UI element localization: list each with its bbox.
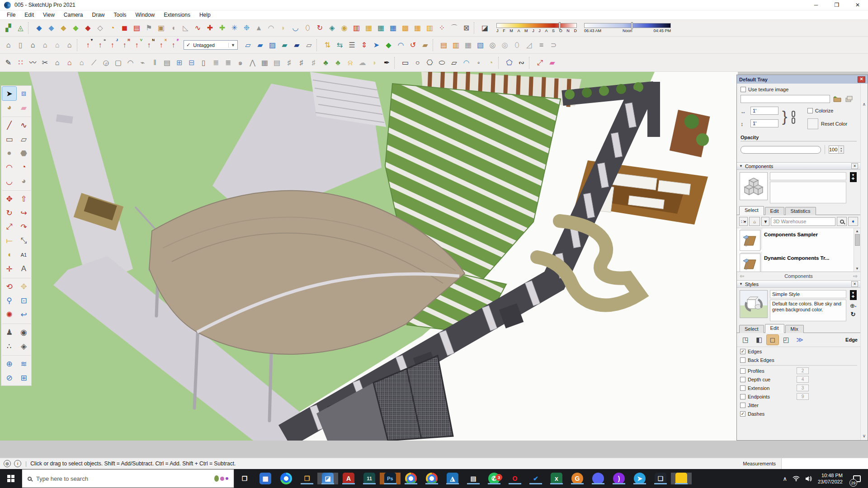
tab-edit[interactable]: Edit xyxy=(765,324,784,333)
color-swatch[interactable] xyxy=(807,118,818,129)
red-x-cluster-tool-icon[interactable]: ⁘ xyxy=(436,22,448,34)
roof-red-tool-icon[interactable]: ◆ xyxy=(82,22,94,34)
polygon-tool[interactable]: ⬣ xyxy=(17,146,31,160)
texture-file-input[interactable] xyxy=(741,95,830,103)
house-column-icon[interactable]: ▯ xyxy=(14,39,27,51)
menu-draw[interactable]: Draw xyxy=(88,10,109,19)
roof-arrow-n-icon[interactable]: ↑N xyxy=(143,39,155,51)
grab-rectangle-icon[interactable]: ▭ xyxy=(399,56,411,69)
pencil-path-icon[interactable]: ✎ xyxy=(2,56,14,69)
roof-arrow-v-icon[interactable]: ↑V xyxy=(131,39,143,51)
calculator-app-icon[interactable]: ▦ xyxy=(255,473,276,484)
edge-option-endpoints[interactable]: Endpoints9 xyxy=(737,392,860,401)
shape-box-icon[interactable]: ▢ xyxy=(112,56,124,69)
whatsapp-icon[interactable]: ✆3 xyxy=(484,473,505,484)
checkbox[interactable] xyxy=(740,368,745,374)
slant-panel-gray-icon[interactable]: ▱ xyxy=(303,39,315,51)
slant-panel-striped-icon[interactable]: ▨ xyxy=(266,39,278,51)
look-around-tool[interactable]: ◉ xyxy=(17,325,31,339)
slant-panel-outline-icon[interactable]: ▱ xyxy=(242,39,254,51)
fence-rail-icon[interactable]: ♯ xyxy=(295,56,307,69)
taskbar-clock[interactable]: 10:48 PM 23/07/2022 xyxy=(818,472,843,485)
scribble-icon[interactable]: ∾ xyxy=(515,56,528,69)
freehand-tool[interactable]: ∿ xyxy=(17,118,31,132)
text-tool[interactable]: A1 xyxy=(17,248,31,262)
red-updown-icon[interactable]: ⇕ xyxy=(358,39,370,51)
dome-tool-icon[interactable]: ◠ xyxy=(265,22,277,34)
cylinder-gray-icon[interactable]: ⬯ xyxy=(511,39,523,51)
scatter-blue-tool-icon[interactable]: ✳ xyxy=(228,22,241,34)
protractor-tool[interactable]: ◖ xyxy=(2,248,16,262)
select-tool[interactable]: ➤ xyxy=(2,87,16,100)
grab-pie-icon[interactable]: ◔ xyxy=(485,56,497,69)
zoom-previous-tool[interactable]: ↩ xyxy=(17,308,31,321)
axes-tool[interactable]: ✛ xyxy=(2,262,16,276)
plane-tan-tool-icon[interactable]: ◆ xyxy=(57,22,70,34)
zoom-window-tool[interactable]: ⊡ xyxy=(17,294,31,307)
yellow-box-tool-icon[interactable]: ▦ xyxy=(363,22,375,34)
edge-style-wireframe-icon[interactable]: ◳ xyxy=(740,335,751,345)
roof-arrow-x-icon[interactable]: ↑X xyxy=(155,39,167,51)
flag-tool-icon[interactable]: ⚑ xyxy=(143,22,155,34)
grab-small-circle-icon[interactable]: ◦ xyxy=(472,56,485,69)
blade-icon[interactable]: ⟋ xyxy=(88,56,100,69)
extension-download-tool[interactable]: ⊕ xyxy=(2,357,16,371)
edge-option-jitter[interactable]: Jitter xyxy=(737,401,860,409)
green-diamond-icon[interactable]: ◆ xyxy=(382,39,395,51)
orange-grid-tool-icon[interactable]: ▦ xyxy=(411,22,424,34)
roof-slope-icon[interactable]: ⋀ xyxy=(246,56,259,69)
spray-blue-tool-icon[interactable]: ❉ xyxy=(241,22,253,34)
sandbox-from-contours-icon[interactable]: ▞ xyxy=(2,22,14,34)
cylinder-tan-tool-icon[interactable]: ⬯ xyxy=(302,22,314,34)
scissors-icon[interactable]: ✂ xyxy=(39,56,51,69)
vertical-lines-icon[interactable]: ☰ xyxy=(346,39,358,51)
menu-tools[interactable]: Tools xyxy=(109,10,131,19)
scroll-down-icon[interactable]: ▼ xyxy=(855,267,859,271)
menu-file[interactable]: File xyxy=(2,10,20,19)
checkbox[interactable] xyxy=(740,357,745,363)
box-tan-tool-icon[interactable]: ▣ xyxy=(155,22,167,34)
add-style-icon[interactable]: ▼✚ xyxy=(850,290,857,300)
grab-circle-icon[interactable]: ○ xyxy=(411,56,424,69)
styles-close-icon[interactable]: ✕ xyxy=(851,281,858,287)
house-shed-icon[interactable]: ⌂ xyxy=(63,39,75,51)
edge-option-profiles[interactable]: Profiles2 xyxy=(737,366,860,375)
eraser-tool[interactable]: ▰ xyxy=(17,101,31,114)
house-small-icon[interactable]: ⌂ xyxy=(51,56,63,69)
lamp-icon[interactable]: ⍾ xyxy=(344,56,356,69)
tab-edit[interactable]: Edit xyxy=(765,207,784,215)
circle-tool[interactable]: ● xyxy=(2,146,16,160)
browse-texture-folder-icon[interactable] xyxy=(833,95,842,103)
collapse-caret-icon[interactable]: ▼ xyxy=(739,164,743,168)
move-tool[interactable]: ✥ xyxy=(2,192,16,206)
push-pull-tool[interactable]: ⇧ xyxy=(17,192,31,206)
autocad-icon[interactable]: A xyxy=(338,473,359,484)
use-texture-checkbox[interactable] xyxy=(741,87,746,92)
edge-style-plain-icon[interactable]: ◻ xyxy=(767,335,778,345)
zoom-tool[interactable]: ⚲ xyxy=(2,294,16,307)
extension-flatten-tool[interactable]: ≋ xyxy=(17,357,31,371)
view-options-button[interactable]: ∷▾ xyxy=(739,217,748,226)
collapse-caret-icon[interactable]: ▼ xyxy=(739,282,743,286)
teal-gem-tool-icon[interactable]: ◈ xyxy=(326,22,338,34)
option-value-box[interactable]: 2 xyxy=(797,367,809,374)
telegram-icon[interactable]: ➤ xyxy=(629,473,650,484)
menu-extensions[interactable]: Extensions xyxy=(159,10,195,19)
menu-view[interactable]: View xyxy=(38,10,59,19)
grab-arc-icon[interactable]: ◠ xyxy=(460,56,472,69)
refresh-style-icon[interactable]: ↻ xyxy=(851,311,856,317)
help-info-icon[interactable]: i xyxy=(14,460,21,467)
styles-section-header[interactable]: ▼ Styles ✕ xyxy=(737,280,860,288)
shadow-date-slider[interactable]: JFMAMJJASOND xyxy=(496,23,577,33)
washer-light-icon[interactable]: ◎ xyxy=(499,39,511,51)
green-cross-tool-icon[interactable]: ✚ xyxy=(216,22,228,34)
style-name-field[interactable]: Simple Style xyxy=(770,290,846,298)
polygon-blue-icon[interactable]: ⬠ xyxy=(503,56,515,69)
option-value-box[interactable]: 3 xyxy=(797,385,809,391)
window-grid-icon[interactable]: ⊞ xyxy=(173,56,185,69)
edge-option-depth-cue[interactable]: Depth cue4 xyxy=(737,375,860,384)
house-outline-icon[interactable]: ⌂ xyxy=(51,39,63,51)
scale-tool[interactable]: ⤢ xyxy=(2,220,16,234)
two-point-arc-tool[interactable]: ◠ xyxy=(2,160,16,174)
bricks-orange-icon[interactable]: ▤ xyxy=(438,39,450,51)
